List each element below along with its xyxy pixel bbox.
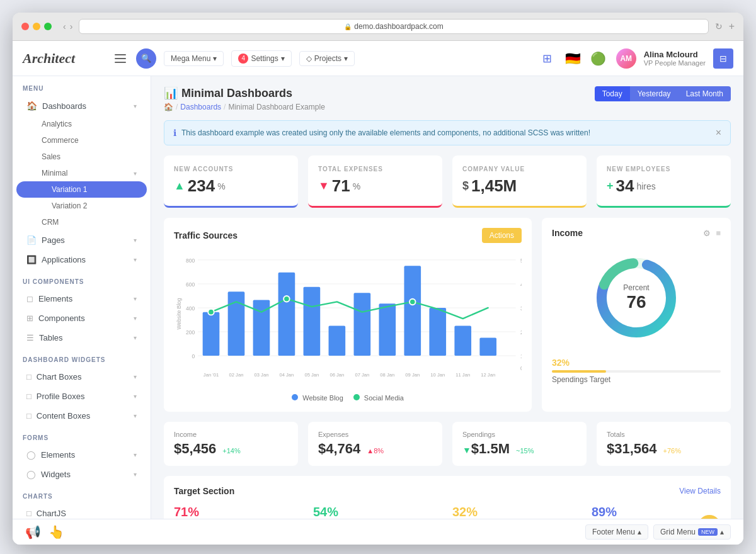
footer-icon-megaphone[interactable]: 📢 bbox=[25, 524, 41, 540]
target-item-expenses: 54% Expenses Target bbox=[313, 505, 442, 519]
footer-icon-hand[interactable]: 👆 bbox=[49, 524, 64, 540]
view-details-link[interactable]: View Details bbox=[679, 487, 721, 495]
forms-section-label: FORMS bbox=[13, 426, 151, 445]
app-switcher-button[interactable]: ⊟ bbox=[713, 48, 733, 69]
svg-text:02 Jan: 02 Jan bbox=[229, 372, 244, 378]
menu-lines-icon[interactable]: ≡ bbox=[716, 229, 721, 238]
bsc-change-spendings: ~15% bbox=[516, 447, 534, 455]
forward-button[interactable]: › bbox=[70, 21, 73, 31]
sidebar-item-components[interactable]: ⊞ Components ▾ bbox=[16, 308, 147, 328]
bottom-stat-expenses: Expenses $4,764 ▲8% bbox=[308, 422, 442, 466]
sidebar-child-analytics[interactable]: Analytics bbox=[16, 116, 147, 132]
sidebar-item-content-boxes[interactable]: □ Content Boxes ▾ bbox=[16, 406, 147, 426]
sidebar-child-variation2[interactable]: Variation 2 bbox=[16, 198, 147, 214]
bsc-row-income: $5,456 +14% bbox=[174, 441, 288, 457]
today-button[interactable]: Today bbox=[595, 86, 630, 101]
apps-grid-button[interactable]: ⊞ bbox=[537, 48, 558, 69]
alert-close-button[interactable]: × bbox=[716, 127, 721, 138]
sidebar-child-minimal[interactable]: Minimal ▾ bbox=[16, 165, 147, 181]
footer-menu-label: Footer Menu bbox=[592, 528, 635, 536]
settings-button[interactable]: 4 Settings ▾ bbox=[231, 50, 291, 67]
svg-rect-25 bbox=[379, 303, 396, 356]
window-controls bbox=[21, 23, 52, 30]
projects-button[interactable]: ◇ Projects ▾ bbox=[299, 51, 355, 66]
chevron-down-icon: ▾ bbox=[213, 54, 217, 63]
pages-icon: 📄 bbox=[26, 235, 37, 245]
refresh-button[interactable]: ↻ bbox=[715, 21, 723, 31]
sidebar-item-form-widgets[interactable]: ◯ Widgets ▾ bbox=[16, 465, 147, 484]
target-pct-totals: 89% bbox=[592, 505, 721, 519]
mega-menu-button[interactable]: Mega Menu ▾ bbox=[164, 51, 224, 66]
svg-text:Website Blog: Website Blog bbox=[176, 298, 182, 329]
main-content: 📊 Minimal Dashboards 🏠 / Dashboards / Mi… bbox=[151, 76, 743, 519]
bsc-change-totals: +76% bbox=[663, 447, 681, 455]
browser-titlebar: ‹ › 🔒 demo.dashboardpack.com ↻ + bbox=[13, 13, 743, 41]
svg-text:40: 40 bbox=[520, 281, 522, 288]
stat-cards-row: NEW ACCOUNTS ▲ 234 % TOTAL EXPENSES ▼ 71… bbox=[164, 155, 731, 208]
maximize-dot[interactable] bbox=[44, 23, 52, 30]
actions-button[interactable]: Actions bbox=[482, 228, 522, 243]
svg-rect-28 bbox=[454, 326, 471, 356]
minimal-label: Minimal bbox=[42, 169, 67, 178]
language-flag[interactable]: 🇩🇪 bbox=[565, 51, 581, 66]
hamburger-menu[interactable] bbox=[112, 52, 129, 65]
user-status-icon: 🟢 bbox=[588, 48, 609, 69]
svg-text:10 Jan: 10 Jan bbox=[430, 372, 445, 378]
sidebar-item-dashboards[interactable]: 🏠 Dashboards ▾ bbox=[16, 96, 147, 116]
bsc-value-income: $5,456 bbox=[174, 441, 216, 457]
chevron-icon: ▾ bbox=[134, 393, 137, 400]
settings-gear-icon[interactable]: ⚙ bbox=[703, 229, 711, 238]
sidebar-child-commerce[interactable]: Commerce bbox=[16, 132, 147, 149]
sidebar-label-applications: Applications bbox=[42, 255, 86, 264]
sidebar-label-chartjs: ChartJS bbox=[37, 509, 66, 518]
new-tab-button[interactable]: + bbox=[729, 21, 735, 32]
chevron-icon: ▾ bbox=[134, 373, 137, 380]
sidebar-child-crm[interactable]: CRM bbox=[16, 214, 147, 230]
content-boxes-icon: □ bbox=[26, 411, 32, 421]
footer-right: Footer Menu ▴ Grid Menu NEW ▴ bbox=[585, 524, 731, 540]
minimize-dot[interactable] bbox=[33, 23, 40, 30]
target-pct-expenses: 54% bbox=[313, 505, 442, 519]
stat-label-company: COMPANY VALUE bbox=[462, 166, 576, 172]
tables-icon: ☰ bbox=[26, 333, 34, 342]
sidebar-item-chartjs[interactable]: □ ChartJS bbox=[16, 504, 147, 519]
sidebar-item-tables[interactable]: ☰ Tables ▾ bbox=[16, 328, 147, 348]
chevron-icon: ▾ bbox=[134, 412, 137, 419]
back-button[interactable]: ‹ bbox=[63, 21, 66, 31]
applications-icon: 🔲 bbox=[26, 255, 37, 264]
breadcrumb-sep2: / bbox=[224, 103, 226, 111]
percent-label: Percent bbox=[623, 283, 649, 292]
chart-legend: Website Blog Social Media bbox=[174, 394, 522, 402]
svg-point-30 bbox=[208, 309, 214, 315]
footer-bar: 📢 👆 Footer Menu ▴ Grid Menu NEW ▴ bbox=[13, 519, 743, 545]
footer-menu-button[interactable]: Footer Menu ▴ bbox=[585, 524, 648, 540]
close-dot[interactable] bbox=[21, 23, 29, 30]
avatar[interactable]: AM bbox=[616, 48, 636, 69]
form-widgets-icon: ◯ bbox=[26, 470, 36, 479]
grid-icon: ⊞ bbox=[542, 52, 552, 65]
address-bar[interactable]: 🔒 demo.dashboardpack.com bbox=[79, 19, 708, 34]
yesterday-button[interactable]: Yesterday bbox=[630, 86, 679, 101]
breadcrumb-dashboards-link[interactable]: Dashboards bbox=[180, 103, 221, 111]
svg-rect-23 bbox=[329, 326, 346, 356]
breadcrumb-sep: / bbox=[176, 103, 178, 111]
search-button[interactable]: 🔍 bbox=[136, 48, 156, 69]
components-icon: ⊞ bbox=[26, 314, 33, 323]
income-card-header: Income ⚙ ≡ bbox=[552, 228, 721, 238]
svg-rect-18 bbox=[203, 312, 220, 356]
sidebar-item-pages[interactable]: 📄 Pages ▾ bbox=[16, 230, 147, 250]
bsc-label-expenses: Expenses bbox=[318, 431, 432, 438]
chevron-icon: ▾ bbox=[134, 334, 137, 341]
sidebar-item-profile-boxes[interactable]: □ Profile Boxes ▾ bbox=[16, 387, 147, 406]
sidebar-item-chart-boxes[interactable]: □ Chart Boxes ▾ bbox=[16, 367, 147, 387]
chevron-icon: ▾ bbox=[134, 170, 137, 177]
svg-rect-29 bbox=[479, 338, 496, 356]
grid-menu-button[interactable]: Grid Menu NEW ▴ bbox=[653, 524, 731, 540]
sidebar-child-sales[interactable]: Sales bbox=[16, 149, 147, 165]
sidebar-item-applications[interactable]: 🔲 Applications ▾ bbox=[16, 250, 147, 269]
last-month-button[interactable]: Last Month bbox=[679, 86, 731, 101]
sidebar-item-form-elements[interactable]: ◯ Elements ▾ bbox=[16, 445, 147, 465]
page-title-area: 📊 Minimal Dashboards 🏠 / Dashboards / Mi… bbox=[164, 86, 325, 111]
sidebar-item-elements[interactable]: ◻ Elements ▾ bbox=[16, 289, 147, 308]
sidebar-child-variation1[interactable]: Variation 1 bbox=[16, 181, 147, 198]
